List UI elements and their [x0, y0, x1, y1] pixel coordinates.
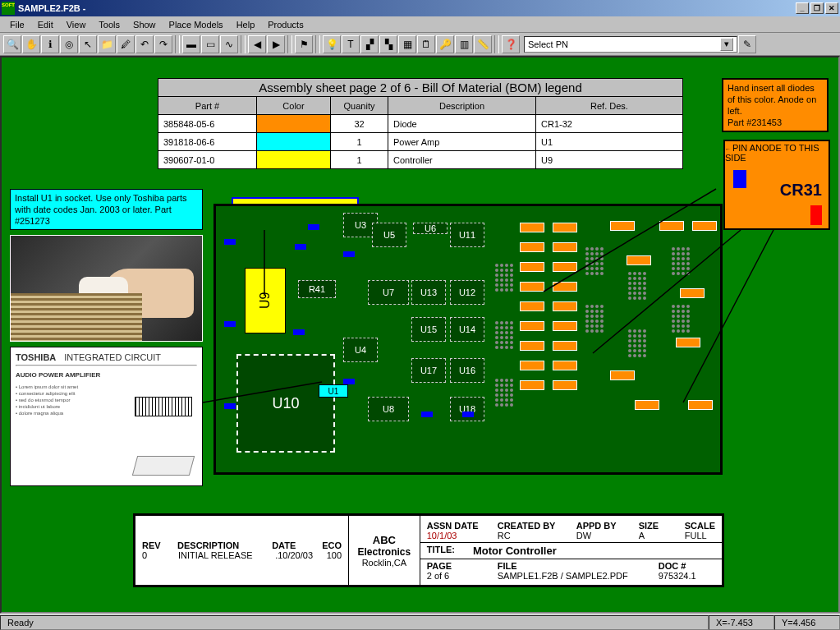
close-button[interactable]: ✕ [825, 2, 838, 14]
tb-company2: Electronics [358, 546, 411, 558]
diode-cr[interactable] [520, 361, 544, 370]
diode-cr[interactable] [692, 221, 717, 231]
menu-file[interactable]: File [3, 18, 31, 31]
pcb-board[interactable]: U10U9R41U1U3U4U5U6U7U8U11U12U13U14U15U16… [213, 204, 723, 475]
diode-cr[interactable] [688, 400, 713, 410]
chip-u17[interactable]: U17 [411, 358, 446, 383]
menu-view[interactable]: View [60, 18, 93, 31]
select-pn-dropdown[interactable]: Select PN ▾ [524, 36, 737, 53]
diode-cr[interactable] [553, 321, 577, 331]
ruler-icon[interactable]: 📏 [474, 35, 492, 53]
pointer-icon[interactable]: ↖ [79, 35, 97, 53]
statusbar: Ready X=-7.453 Y=4.456 [0, 614, 840, 630]
diode-cr[interactable] [553, 223, 577, 232]
waveform-icon[interactable]: ∿ [220, 35, 238, 53]
datasheet-heading: AUDIO POWER AMPLIFIER [16, 371, 197, 379]
select-icon[interactable]: 🖉 [117, 35, 135, 53]
target-icon[interactable]: ◎ [60, 35, 78, 53]
diode-cr[interactable] [520, 262, 544, 272]
chip-u15[interactable]: U15 [411, 317, 446, 342]
zoom-icon[interactable]: 🔍 [3, 35, 21, 53]
menu-help[interactable]: Help [230, 18, 262, 31]
chip-u14[interactable]: U14 [450, 317, 484, 342]
cr31-callout[interactable]: ← PIN ANODE TO THIS SIDE CR31 [723, 140, 830, 230]
chip-u7[interactable]: U7 [368, 280, 409, 305]
menu-place-models[interactable]: Place Models [163, 18, 230, 31]
menu-products[interactable]: Products [261, 18, 310, 31]
diode-cr[interactable] [553, 262, 577, 272]
diode-cr[interactable] [553, 301, 577, 311]
diode-cr[interactable] [553, 361, 577, 370]
u1-note[interactable]: Install U1 in socket. Use only Toshiba p… [10, 189, 203, 230]
note-icon[interactable]: 🗒 [417, 35, 435, 53]
chip-u8[interactable]: U8 [368, 397, 409, 421]
info-icon[interactable]: ℹ [41, 35, 59, 53]
chip-u13[interactable]: U13 [411, 280, 446, 305]
green-rect-icon[interactable]: ▬ [182, 35, 200, 53]
datasheet-type: INTEGRATED CIRCUIT [64, 352, 161, 362]
diode-cr[interactable] [553, 242, 577, 252]
diode-cr[interactable] [676, 338, 700, 347]
maximize-button[interactable]: ❐ [810, 2, 824, 14]
menu-tools[interactable]: Tools [92, 18, 126, 31]
diode-cr[interactable] [520, 321, 544, 331]
titlebar: SOFT SAMPLE2.F2B - _ ❐ ✕ [0, 0, 840, 16]
pan-icon[interactable]: ✋ [22, 35, 40, 53]
chip-u11[interactable]: U11 [450, 223, 484, 247]
diode-cr[interactable] [520, 301, 544, 311]
chart-green-icon[interactable]: ▚ [379, 35, 397, 53]
tb-doc: 975324.1 [659, 571, 696, 581]
chip-u16[interactable]: U16 [450, 358, 484, 383]
chip-u10[interactable]: U10 [236, 354, 335, 453]
diode-cr[interactable] [635, 400, 659, 410]
menu-show[interactable]: Show [126, 18, 163, 31]
chip-u6[interactable]: U6 [413, 223, 448, 234]
diode-cr[interactable] [659, 221, 684, 231]
chip-u5[interactable]: U5 [372, 223, 406, 247]
diode-cr[interactable] [553, 341, 577, 351]
key-icon[interactable]: 🔑 [436, 35, 454, 53]
diode-cr[interactable] [553, 282, 577, 292]
chip-u9[interactable]: U9 [245, 268, 286, 333]
diode-cr[interactable] [520, 242, 544, 252]
th-ref: Ref. Des. [536, 97, 683, 115]
help-icon[interactable]: ❓ [502, 35, 520, 53]
next-icon[interactable]: ▶ [267, 35, 285, 53]
chip-u4[interactable]: U4 [343, 338, 378, 362]
diode-cr[interactable] [553, 380, 577, 390]
chip-icon[interactable]: ▥ [455, 35, 473, 53]
gray-rect-icon[interactable]: ▭ [201, 35, 219, 53]
redo-icon[interactable]: ↷ [154, 35, 172, 53]
diode-cr[interactable] [520, 341, 544, 351]
diode-cr[interactable] [680, 288, 705, 298]
diode-cr[interactable] [520, 380, 544, 390]
folder-icon[interactable]: 📁 [98, 35, 116, 53]
workspace[interactable]: Assembly sheet page 2 of 6 - Bill Of Mat… [0, 56, 840, 614]
chip-u1[interactable]: U1 [319, 384, 348, 398]
board-icon[interactable]: ▦ [398, 35, 416, 53]
datasheet-preview[interactable]: TOSHIBA INTEGRATED CIRCUIT AUDIO POWER A… [10, 347, 203, 486]
undo-icon[interactable]: ↶ [135, 35, 154, 53]
menu-edit[interactable]: Edit [31, 18, 60, 31]
flag-icon[interactable]: ⚑ [295, 35, 313, 53]
search-go-button[interactable]: ✎ [738, 35, 756, 53]
minimize-button[interactable]: _ [796, 2, 809, 14]
toolbar-separator [175, 35, 180, 53]
diode-cr[interactable] [627, 255, 651, 265]
chip-u18[interactable]: U18 [450, 397, 484, 421]
text-icon[interactable]: T [342, 35, 360, 53]
diode-cr[interactable] [610, 370, 635, 380]
chart-red-icon[interactable]: ▞ [360, 35, 379, 53]
lamp-icon[interactable]: 💡 [323, 35, 341, 53]
tb-eco: 100 [327, 550, 342, 560]
diode-cr[interactable] [520, 223, 544, 232]
prev-icon[interactable]: ◀ [248, 35, 266, 53]
tb-rev-h: REV [142, 540, 164, 550]
chip-r41[interactable]: R41 [298, 280, 336, 298]
chevron-down-icon[interactable]: ▾ [720, 38, 733, 51]
install-photo[interactable] [10, 235, 203, 342]
diode-cr[interactable] [610, 221, 635, 231]
diode-note[interactable]: Hand insert all diodes of this color. An… [722, 78, 829, 132]
diode-cr[interactable] [520, 282, 544, 292]
chip-u12[interactable]: U12 [450, 280, 484, 305]
